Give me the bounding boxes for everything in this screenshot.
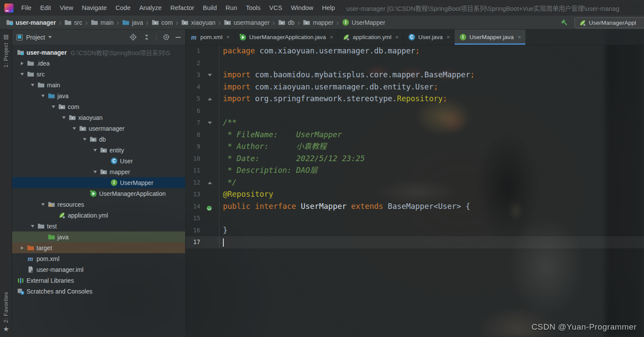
chevron-right-icon[interactable] xyxy=(18,246,27,250)
tool-stripe-favorites-button[interactable]: 2: Favorites ★ xyxy=(0,292,12,333)
breadcrumb-com[interactable]: com xyxy=(151,19,173,26)
hide-tool-window-icon[interactable] xyxy=(176,37,181,38)
chevron-down-icon[interactable] xyxy=(60,116,68,119)
tab-UserMapper.java[interactable]: IUserMapper.java× xyxy=(455,30,526,45)
chevron-down-icon[interactable] xyxy=(49,106,58,108)
code-text: * Description: DAO层 xyxy=(219,165,318,177)
gear-icon[interactable] xyxy=(162,33,170,41)
menu-view[interactable]: View xyxy=(55,0,77,16)
tree-item-user-manager[interactable]: user-managerG:\CSDN教程\SpringBoot项目系列\S xyxy=(12,47,185,58)
tree-item-user-manager.iml[interactable]: user-manager.iml xyxy=(12,264,185,275)
menu-tools[interactable]: Tools xyxy=(242,0,265,16)
locate-file-icon[interactable] xyxy=(129,33,137,41)
menu-file[interactable]: File xyxy=(17,0,36,16)
breadcrumb-xiaoyuan[interactable]: xiaoyuan xyxy=(181,19,216,26)
project-header: Project xyxy=(12,30,185,45)
chevron-down-icon[interactable] xyxy=(91,149,100,152)
chevron-down-icon[interactable] xyxy=(80,138,89,141)
tree-item-main[interactable]: main xyxy=(12,79,185,90)
tree-item-test[interactable]: test xyxy=(12,221,185,231)
fold-open-icon[interactable] xyxy=(208,122,212,124)
tree-item-mapper[interactable]: mapper xyxy=(12,166,185,177)
breadcrumb-UserMapper[interactable]: IUserMapper xyxy=(342,19,385,26)
tab-pom.xml[interactable]: mpom.xml× xyxy=(186,30,235,45)
chevron-right-icon[interactable] xyxy=(18,62,27,65)
tree-item-xiaoyuan[interactable]: xiaoyuan xyxy=(12,112,185,123)
tree-item-UserManagerApplication[interactable]: UserManagerApplication xyxy=(12,188,185,199)
menu-refactor[interactable]: Refactor xyxy=(166,0,199,16)
project-view-title[interactable]: Project xyxy=(26,34,45,41)
build-hammer-icon[interactable] xyxy=(561,19,568,26)
chevron-down-icon[interactable] xyxy=(39,203,47,206)
tree-item-.idea[interactable]: .idea xyxy=(12,58,185,69)
breadcrumb-mapper[interactable]: mapper xyxy=(303,19,333,26)
breadcrumb-src[interactable]: src xyxy=(64,19,83,26)
tab-application.yml[interactable]: application.yml× xyxy=(338,30,404,45)
tree-item-java[interactable]: java xyxy=(12,231,185,242)
tree-item-label: user-manager xyxy=(27,49,67,56)
chevron-down-icon[interactable] xyxy=(70,127,79,130)
code-editor[interactable]: 1package com.xiaoyuan.usermanager.db.map… xyxy=(186,45,644,337)
fold-open-icon[interactable] xyxy=(208,74,212,76)
menu-edit[interactable]: Edit xyxy=(36,0,55,16)
tree-item-com[interactable]: com xyxy=(12,101,185,112)
close-icon[interactable]: × xyxy=(226,34,230,40)
chevron-down-icon[interactable] xyxy=(28,84,37,86)
tree-item-src[interactable]: src xyxy=(12,69,185,79)
menu-run[interactable]: Run xyxy=(221,0,242,16)
class-icon: C xyxy=(408,33,415,41)
collapse-all-icon[interactable] xyxy=(143,33,150,41)
chevron-down-icon[interactable] xyxy=(48,36,52,38)
fold-close-icon[interactable] xyxy=(208,182,212,184)
tree-item-Scratches and Consoles[interactable]: Scratches and Consoles xyxy=(12,286,185,297)
tree-item-UserMapper[interactable]: IUserMapper xyxy=(12,177,185,188)
code-text: import com.xiaoyuan.usermanager.db.entit… xyxy=(219,81,438,93)
tree-item-pom.xml[interactable]: mpom.xml xyxy=(12,253,185,264)
breadcrumb-main[interactable]: main xyxy=(90,19,113,26)
chevron-down-icon[interactable] xyxy=(39,95,47,97)
navbar-right: UserManagerAppl xyxy=(561,16,644,30)
project-stripe-label: 1: Project xyxy=(3,43,9,68)
chevron-down-icon[interactable] xyxy=(28,225,37,228)
breadcrumb-user-manager[interactable]: user-manager xyxy=(6,19,56,26)
tree-item-entity[interactable]: entity xyxy=(12,145,185,155)
breadcrumb-usermanager[interactable]: usermanager xyxy=(224,19,270,26)
tree-item-target[interactable]: target xyxy=(12,242,185,253)
tree-item-usermanager[interactable]: usermanager xyxy=(12,123,185,134)
menu-navigate[interactable]: Navigate xyxy=(78,0,111,16)
tree-item-java[interactable]: java xyxy=(12,90,185,101)
menu-code[interactable]: Code xyxy=(111,0,135,16)
breadcrumb-db[interactable]: db xyxy=(278,19,295,26)
breadcrumb-java[interactable]: java xyxy=(122,19,143,26)
code-text: import org.springframework.stereotype.Re… xyxy=(219,93,447,105)
menu-analyze[interactable]: Analyze xyxy=(135,0,166,16)
folder-icon xyxy=(64,19,72,26)
tree-item-db[interactable]: db xyxy=(12,134,185,145)
close-icon[interactable]: × xyxy=(447,34,450,40)
close-icon[interactable]: × xyxy=(518,34,521,40)
menu-build[interactable]: Build xyxy=(199,0,221,16)
tool-stripe-project-button[interactable]: ▤ 1: Project xyxy=(0,34,12,68)
editor-tabs: mpom.xml×UserManagerApplication.java×app… xyxy=(186,30,644,45)
menu-vcs[interactable]: VCS xyxy=(265,0,287,16)
tree-item-User[interactable]: CUser xyxy=(12,155,185,166)
tree-item-application.yml[interactable]: application.yml xyxy=(12,210,185,221)
close-icon[interactable]: × xyxy=(330,34,333,40)
folder-pkg-icon xyxy=(303,19,311,26)
tab-User.java[interactable]: CUser.java× xyxy=(403,30,455,45)
run-configuration-select[interactable]: UserManagerAppl xyxy=(574,17,644,28)
close-icon[interactable]: × xyxy=(395,34,399,40)
interface-icon: I xyxy=(342,19,349,26)
fold-column xyxy=(200,141,219,153)
chevron-down-icon[interactable] xyxy=(91,171,100,173)
menu-window[interactable]: Window xyxy=(286,0,318,16)
chevron-down-icon[interactable] xyxy=(18,73,27,76)
springboot-icon xyxy=(578,19,586,26)
fold-close-icon[interactable] xyxy=(208,98,212,100)
menu-help[interactable]: Help xyxy=(318,0,339,16)
tree-item-resources[interactable]: resources xyxy=(12,199,185,210)
tab-label: UserManagerApplication.java xyxy=(249,34,326,40)
line-number: 7 xyxy=(186,117,200,129)
tab-UserManagerApplication.java[interactable]: UserManagerApplication.java× xyxy=(235,30,338,45)
tree-item-External Libraries[interactable]: External Libraries xyxy=(12,275,185,286)
